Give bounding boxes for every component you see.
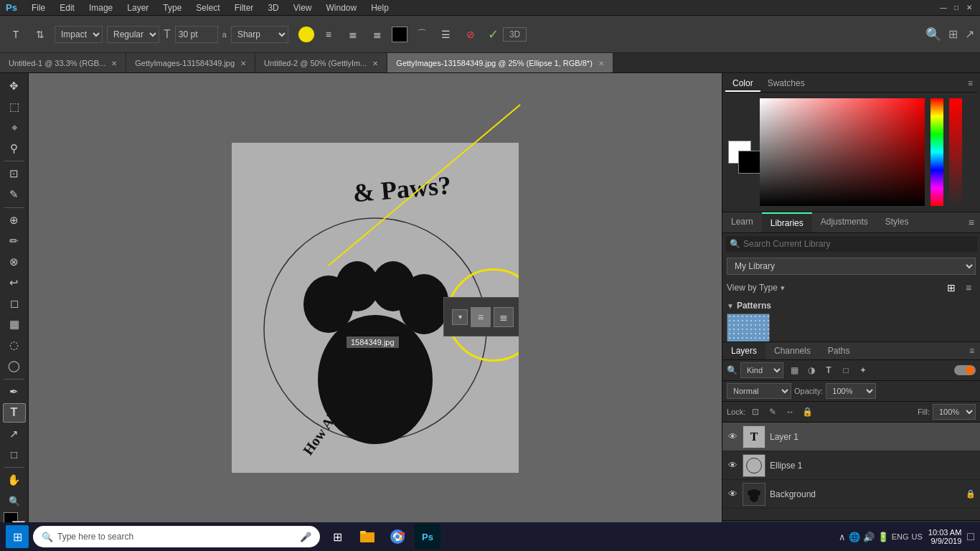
list-view-icon[interactable]: ≡ xyxy=(961,281,976,295)
tab-close-2[interactable]: ✕ xyxy=(372,60,378,67)
blur-tool[interactable]: ◌ xyxy=(3,336,26,355)
layer-kind-select[interactable]: Kind xyxy=(740,362,783,378)
eraser-tool[interactable]: ◻ xyxy=(3,294,26,314)
tab-3[interactable]: GettyImages-131584349.jpg @ 25% (Ellipse… xyxy=(387,53,613,73)
fill-select[interactable]: 100% xyxy=(933,404,976,420)
menu-file[interactable]: File xyxy=(26,1,51,14)
network-icon[interactable]: 🌐 xyxy=(849,532,860,542)
libraries-menu-button[interactable]: ≡ xyxy=(963,212,980,232)
grid-view-icon[interactable]: ⊞ xyxy=(944,281,958,295)
color-panel-menu[interactable]: ≡ xyxy=(963,76,977,92)
cancel-text-button[interactable]: ⊘ xyxy=(461,24,481,44)
menu-layer[interactable]: Layer xyxy=(121,1,154,14)
adjustment-filter-icon[interactable]: ◑ xyxy=(804,362,819,378)
blend-mode-select[interactable]: Normal xyxy=(727,383,791,399)
library-select[interactable]: My Library xyxy=(727,258,976,275)
task-view-button[interactable]: ⊞ xyxy=(324,524,350,550)
history-brush-tool[interactable]: ↩ xyxy=(3,273,26,293)
3d-button[interactable]: 3D xyxy=(503,27,527,42)
tab-swatches[interactable]: Swatches xyxy=(760,76,812,92)
menu-filter[interactable]: Filter xyxy=(229,1,260,14)
share-icon[interactable]: ↗ xyxy=(965,27,974,41)
marquee-tool[interactable]: ⬚ xyxy=(3,97,26,116)
hand-tool[interactable]: ✋ xyxy=(3,471,26,490)
menu-help[interactable]: Help xyxy=(365,1,395,14)
move-tool[interactable]: ✥ xyxy=(3,76,26,95)
minimize-button[interactable]: — xyxy=(938,3,948,13)
layer-row-2[interactable]: 👁 Ellipse 1 xyxy=(722,451,980,480)
text-color-box[interactable] xyxy=(392,27,407,42)
smart-filter-icon[interactable]: ✦ xyxy=(855,362,871,378)
taskbar-mic-icon[interactable]: 🎤 xyxy=(300,532,311,542)
align-right-button[interactable]: ≣ xyxy=(367,24,387,44)
opacity-select[interactable]: 100% xyxy=(826,383,876,399)
tab-styles[interactable]: Styles xyxy=(877,212,918,232)
pen-tool[interactable]: ✒ xyxy=(3,382,26,402)
font-style-select[interactable]: Regular xyxy=(107,26,159,43)
tab-adjustments[interactable]: Adjustments xyxy=(812,212,877,232)
volume-icon[interactable]: 🔊 xyxy=(863,532,875,542)
pixel-filter-icon[interactable]: ▦ xyxy=(786,362,802,378)
layer-visibility-3[interactable]: 👁 xyxy=(727,489,738,500)
patterns-collapse-arrow[interactable]: ▼ xyxy=(727,302,734,310)
quick-select-tool[interactable]: ⚲ xyxy=(3,138,26,158)
chevron-up-icon[interactable]: ∧ xyxy=(839,532,846,542)
notification-icon[interactable]: □ xyxy=(967,530,974,543)
menu-edit[interactable]: Edit xyxy=(54,1,80,14)
tool-preset-picker[interactable]: T xyxy=(6,24,26,44)
dodge-tool[interactable]: ◯ xyxy=(3,357,26,376)
file-explorer-button[interactable] xyxy=(354,524,380,550)
align-left-button[interactable]: ≡ xyxy=(319,24,339,44)
search-magnify-button[interactable]: 🔍 xyxy=(925,27,941,42)
brush-tool[interactable]: ✏ xyxy=(3,232,26,251)
layers-panel-menu[interactable]: ≡ xyxy=(963,342,980,359)
color-gradient-picker[interactable] xyxy=(760,98,925,206)
type-tool[interactable]: T xyxy=(3,403,26,423)
layer-visibility-2[interactable]: 👁 xyxy=(727,460,738,471)
start-button[interactable]: ⊞ xyxy=(6,525,29,548)
popup-dropdown[interactable]: ▾ xyxy=(452,309,468,325)
menu-image[interactable]: Image xyxy=(83,1,118,14)
photoshop-taskbar-button[interactable]: Ps xyxy=(415,524,440,550)
battery-icon[interactable]: 🔋 xyxy=(877,532,889,542)
menu-view[interactable]: View xyxy=(288,1,318,14)
path-select-tool[interactable]: ↗ xyxy=(3,424,26,443)
warp-text-button[interactable]: ⌒ xyxy=(412,24,432,44)
tab-close-1[interactable]: ✕ xyxy=(240,60,246,67)
color-alpha-bar[interactable] xyxy=(949,98,962,206)
close-button[interactable]: ✕ xyxy=(964,3,974,13)
tab-1[interactable]: GettyImages-131584349.jpg ✕ xyxy=(126,53,255,73)
character-panel-button[interactable]: ☰ xyxy=(436,24,456,44)
menu-type[interactable]: Type xyxy=(157,1,187,14)
canvas-area[interactable]: & Paws? How About 1584349.jpg ▾ ≡ ≣ xyxy=(29,73,722,542)
crop-tool[interactable]: ⊡ xyxy=(3,164,26,184)
taskbar-clock[interactable]: 10:03 AM 9/9/2019 xyxy=(928,528,961,545)
text-orientation-button[interactable]: ⇅ xyxy=(30,24,50,44)
font-family-select[interactable]: Impact xyxy=(55,26,103,43)
lasso-tool[interactable]: ⌖ xyxy=(3,118,26,137)
align-center-button[interactable]: ≣ xyxy=(343,24,363,44)
tab-layers[interactable]: Layers xyxy=(722,342,765,359)
tab-2[interactable]: Untitled-2 @ 50% (GettlyIm... ✕ xyxy=(255,53,387,73)
maximize-button[interactable]: □ xyxy=(951,3,961,13)
layer-visibility-1[interactable]: 👁 xyxy=(727,431,738,443)
gradient-tool[interactable]: ▦ xyxy=(3,315,26,334)
canvas-content[interactable]: & Paws? How About 1584349.jpg ▾ ≡ ≣ xyxy=(232,143,519,473)
popup-right-align[interactable]: ≣ xyxy=(494,307,514,327)
tab-color[interactable]: Color xyxy=(725,76,760,92)
workspace-icon[interactable]: ⊞ xyxy=(948,27,958,41)
zoom-tool[interactable]: 🔍 xyxy=(3,491,26,511)
filter-toggle[interactable] xyxy=(954,365,976,375)
chrome-button[interactable] xyxy=(385,524,410,550)
menu-select[interactable]: Select xyxy=(190,1,225,14)
lock-all-button[interactable]: 🔒 xyxy=(800,405,814,419)
library-search-input[interactable] xyxy=(743,239,973,249)
layer-row-3[interactable]: 👁 Background 🔒 xyxy=(722,480,980,509)
shape-filter-icon[interactable]: □ xyxy=(838,362,854,378)
type-filter-icon[interactable]: T xyxy=(821,362,837,378)
commit-text-button[interactable]: ✓ xyxy=(488,27,499,42)
tab-channels[interactable]: Channels xyxy=(765,342,819,359)
anti-alias-select[interactable]: Sharp xyxy=(231,26,288,43)
pattern-swatch[interactable] xyxy=(727,314,770,342)
lock-artboard-button[interactable]: ↔ xyxy=(783,405,797,419)
